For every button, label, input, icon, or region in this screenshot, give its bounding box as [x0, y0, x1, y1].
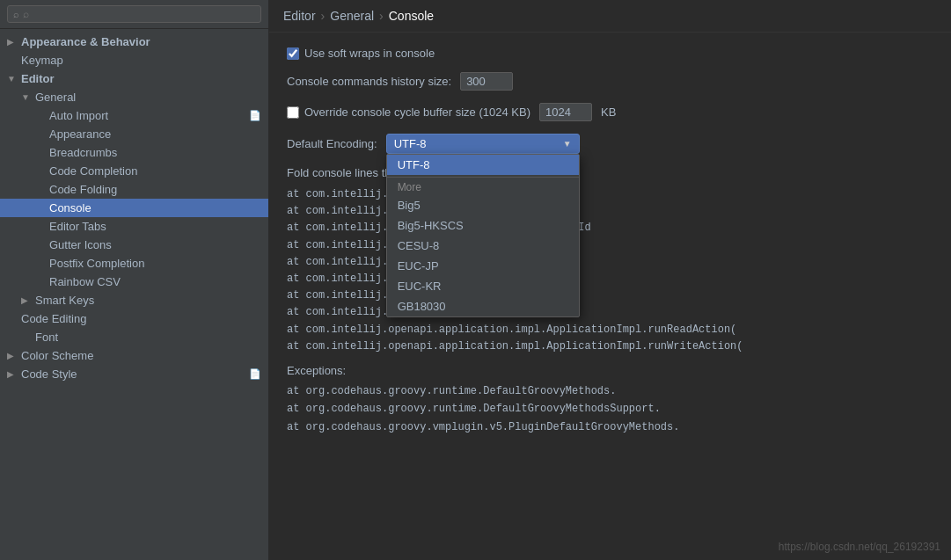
sidebar-item-postfix-completion[interactable]: Postfix Completion — [0, 254, 268, 273]
breadcrumb-sep-1: › — [321, 9, 326, 23]
encoding-selected-value: UTF-8 — [394, 137, 427, 150]
doc-icon: 📄 — [249, 368, 261, 380]
sidebar-item-label: Console — [49, 201, 91, 215]
sidebar-item-console[interactable]: Console — [0, 199, 268, 217]
dropdown-separator: More — [387, 177, 579, 195]
override-input[interactable] — [539, 103, 592, 121]
console-line: at com.intellij.codeWithMe.ClientId$Comp… — [287, 203, 933, 220]
exception-line: at org.codehaus.groovy.vmplugin.v5.Plugi… — [287, 418, 933, 436]
sidebar: ⌕ ▶Appearance & BehaviorKeymap▼Editor▼Ge… — [0, 0, 269, 560]
soft-wraps-row: Use soft wraps in console — [287, 47, 933, 60]
sidebar-item-appearance[interactable]: Appearance — [0, 125, 268, 143]
encoding-dropdown-container: UTF-8 ▼ UTF-8 More Big5 Big5-HKSCS CESU-… — [386, 134, 580, 154]
soft-wraps-checkbox[interactable] — [287, 47, 299, 60]
encoding-dropdown-menu: UTF-8 More Big5 Big5-HKSCS CESU-8 EUC-JP… — [386, 154, 580, 317]
sidebar-item-auto-import[interactable]: Auto Import📄 — [0, 106, 268, 125]
sidebar-item-label: Smart Keys — [35, 294, 94, 307]
history-row: Console commands history size: — [287, 72, 933, 91]
settings-area: Use soft wraps in console Console comman… — [269, 33, 951, 560]
sidebar-item-label: Breadcrumbs — [49, 146, 117, 159]
search-icon: ⌕ — [13, 9, 19, 19]
soft-wraps-label: Use soft wraps in console — [304, 47, 435, 60]
sidebar-item-appearance-behavior[interactable]: ▶Appearance & Behavior — [0, 33, 268, 51]
dropdown-option-big5[interactable]: Big5 — [387, 195, 579, 215]
console-line: at com.intellij.ide.IdeEventQueue — [287, 237, 933, 254]
exceptions-label: Exceptions: — [287, 364, 933, 377]
sidebar-item-smart-keys[interactable]: ▶Smart Keys — [0, 291, 268, 309]
sidebar-item-color-scheme[interactable]: ▶Color Scheme — [0, 346, 268, 365]
dropdown-arrow-icon: ▼ — [563, 139, 572, 149]
breadcrumb-sep-2: › — [379, 9, 384, 23]
sidebar-item-label: Postfix Completion — [49, 257, 144, 270]
console-line: at com.intellij.openapi.application.impl… — [287, 322, 933, 338]
override-unit: KB — [601, 105, 616, 119]
override-checkbox[interactable] — [287, 106, 299, 119]
sidebar-item-font[interactable]: Font — [0, 328, 268, 346]
override-checkbox-label[interactable]: Override console cycle buffer size (1024… — [287, 105, 530, 119]
arrow-icon: ▶ — [7, 351, 18, 360]
encoding-dropdown-btn[interactable]: UTF-8 ▼ — [386, 134, 580, 154]
console-line: at com.intellij.codeWithMe.ClientId.with… — [287, 220, 933, 236]
dropdown-option-gb18030[interactable]: GB18030 — [387, 296, 579, 316]
sidebar-item-general[interactable]: ▼General — [0, 88, 268, 106]
dropdown-option-euckr[interactable]: EUC-KR — [387, 276, 579, 296]
sidebar-item-rainbow-csv[interactable]: Rainbow CSV — [0, 273, 268, 291]
sidebar-item-gutter-icons[interactable]: Gutter Icons — [0, 236, 268, 254]
exception-line: at org.codehaus.groovy.runtime.DefaultGr… — [287, 382, 933, 400]
override-label: Override console cycle buffer size (1024… — [304, 105, 530, 119]
sidebar-item-label: Auto Import — [49, 109, 108, 122]
sidebar-item-label: Editor Tabs — [49, 220, 106, 233]
sidebar-item-editor-tabs[interactable]: Editor Tabs — [0, 217, 268, 236]
dropdown-option-utf8[interactable]: UTF-8 — [387, 155, 579, 175]
console-line: at com.intellij.codeWithMe.ClientId$Comp… — [287, 186, 933, 203]
encoding-row: Default Encoding: UTF-8 ▼ UTF-8 More Big… — [287, 134, 933, 154]
sidebar-item-label: Color Scheme — [21, 349, 93, 362]
console-line: at com.intellij.junit4. — [287, 287, 933, 304]
sidebar-item-keymap[interactable]: Keymap — [0, 51, 268, 69]
sidebar-item-label: Appearance & Behavior — [21, 35, 150, 48]
doc-icon: 📄 — [249, 110, 261, 121]
search-bar: ⌕ — [0, 0, 268, 29]
breadcrumb-console: Console — [389, 9, 434, 23]
sidebar-item-label: Keymap — [21, 54, 63, 67]
dropdown-option-cesu8[interactable]: CESU-8 — [387, 236, 579, 256]
watermark: https://blog.csdn.net/qq_26192391 — [779, 541, 940, 553]
override-row: Override console cycle buffer size (1024… — [287, 103, 933, 121]
sidebar-item-label: Code Style — [21, 367, 77, 381]
arrow-icon: ▶ — [7, 37, 18, 47]
soft-wraps-checkbox-label[interactable]: Use soft wraps in console — [287, 47, 435, 60]
search-input[interactable] — [23, 8, 255, 20]
history-input[interactable] — [460, 72, 513, 91]
exception-line: at org.codehaus.groovy.runtime.DefaultGr… — [287, 400, 933, 418]
sidebar-item-label: General — [35, 91, 76, 104]
console-line: at com.intellij.openapi.application.impl… — [287, 338, 933, 355]
console-line: at com.intellij.junit3. — [287, 271, 933, 287]
sidebar-item-code-style[interactable]: ▶Code Style📄 — [0, 365, 268, 383]
dropdown-option-big5hkscs[interactable]: Big5-HKSCS — [387, 215, 579, 236]
search-input-wrap[interactable]: ⌕ — [7, 5, 261, 23]
sidebar-item-code-folding[interactable]: Code Folding — [0, 180, 268, 199]
breadcrumb-general: General — [330, 9, 374, 23]
console-lines: at com.intellij.codeWithMe.ClientId$Comp… — [287, 186, 933, 355]
sidebar-item-label: Code Folding — [49, 183, 117, 196]
sidebar-item-breadcrumbs[interactable]: Breadcrumbs — [0, 143, 268, 162]
sidebar-item-label: Font — [35, 331, 58, 344]
sidebar-item-label: Gutter Icons — [49, 238, 112, 251]
encoding-label: Default Encoding: — [287, 137, 377, 150]
app-container: ⌕ ▶Appearance & BehaviorKeymap▼Editor▼Ge… — [0, 0, 951, 560]
arrow-icon: ▼ — [21, 92, 32, 102]
sidebar-item-code-completion[interactable]: Code Completion — [0, 162, 268, 180]
sidebar-item-label: Code Editing — [21, 312, 86, 325]
fold-label: Fold console lines that contain: — [287, 166, 933, 179]
main-content: Editor › General › Console Use soft wrap… — [269, 0, 951, 560]
sidebar-item-label: Code Completion — [49, 164, 137, 178]
sidebar-item-editor[interactable]: ▼Editor — [0, 69, 268, 88]
sidebar-item-code-editing[interactable]: Code Editing — [0, 309, 268, 328]
sidebar-item-label: Rainbow CSV — [49, 275, 121, 288]
sidebar-item-label: Appearance — [49, 127, 111, 141]
dropdown-option-eucjp[interactable]: EUC-JP — [387, 256, 579, 276]
breadcrumb-editor: Editor — [283, 9, 316, 23]
console-line: at com.intellij.junit5. — [287, 304, 933, 321]
sidebar-item-label: Editor — [21, 72, 55, 85]
arrow-icon: ▶ — [21, 295, 32, 305]
